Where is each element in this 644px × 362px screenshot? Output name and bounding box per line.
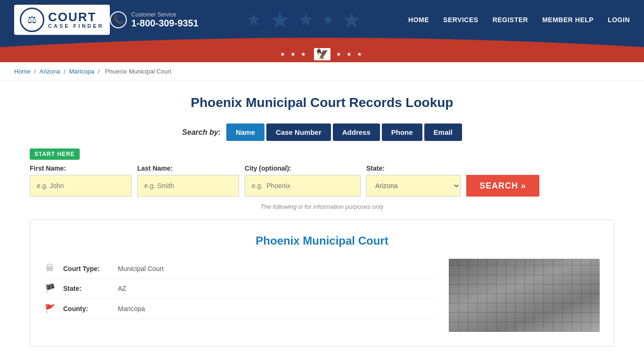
nav-home[interactable]: HOME bbox=[408, 16, 429, 24]
star-3: ★ bbox=[298, 10, 314, 30]
info-note: The following is for information purpose… bbox=[30, 203, 614, 210]
main-content: Phoenix Municipal Court Records Lookup S… bbox=[20, 81, 624, 361]
county-icon: 🚩 bbox=[44, 304, 56, 314]
tab-phone[interactable]: Phone bbox=[382, 123, 422, 141]
search-form: First Name: Last Name: City (optional): … bbox=[30, 165, 614, 197]
city-group: City (optional): bbox=[245, 165, 361, 197]
city-input[interactable] bbox=[245, 175, 361, 197]
star-2: ★ bbox=[270, 7, 290, 33]
eagle-icon: 🦅 bbox=[314, 48, 330, 60]
court-type-row: 🏛 Court Type: Municipal Court bbox=[44, 259, 435, 279]
cs-label: Customer Service bbox=[132, 11, 198, 18]
first-name-group: First Name: bbox=[30, 165, 132, 197]
first-name-label: First Name: bbox=[30, 165, 132, 172]
county-value: Maricopa bbox=[118, 305, 145, 313]
star-1: ★ bbox=[246, 10, 261, 30]
city-label: City (optional): bbox=[245, 165, 361, 172]
tab-case-number[interactable]: Case Number bbox=[266, 123, 331, 141]
search-by-label: Search by: bbox=[182, 128, 221, 137]
breadcrumb-sep-1: / bbox=[34, 68, 37, 75]
star-5: ★ bbox=[342, 8, 361, 32]
phone-icon: 📞 bbox=[110, 11, 127, 28]
eagle-strip: ★ ★ ★ 🦅 ★ ★ ★ bbox=[0, 47, 644, 62]
state-group: State: AlabamaAlaskaArizonaArkansasCalif… bbox=[366, 165, 461, 197]
customer-service: 📞 Customer Service 1-800-309-9351 bbox=[110, 11, 198, 29]
state-label-card: State: bbox=[63, 285, 110, 292]
logo-case-finder-text: CASE FINDER bbox=[48, 23, 104, 29]
last-name-label: Last Name: bbox=[137, 165, 239, 172]
logo-court-text: COURT bbox=[48, 11, 104, 23]
wave-top bbox=[0, 40, 644, 47]
nav-links: HOME SERVICES REGISTER MEMBER HELP LOGIN bbox=[408, 16, 630, 24]
nav-login[interactable]: LOGIN bbox=[608, 16, 630, 24]
county-row: 🚩 County: Maricopa bbox=[44, 299, 435, 319]
wave-svg bbox=[0, 33, 644, 47]
breadcrumb-sep-2: / bbox=[64, 68, 67, 75]
first-name-input[interactable] bbox=[30, 175, 132, 197]
breadcrumb-sep-3: / bbox=[98, 68, 101, 75]
main-nav: HOME SERVICES REGISTER MEMBER HELP LOGIN bbox=[408, 16, 630, 24]
breadcrumb: Home / Arizona / Maricopa / Phoenix Muni… bbox=[0, 62, 644, 81]
court-details: 🏛 Court Type: Municipal Court 🏴 State: A… bbox=[44, 259, 435, 319]
cs-phone: 1-800-309-9351 bbox=[132, 18, 198, 29]
court-card: Phoenix Municipal Court 🏛 Court Type: Mu… bbox=[30, 220, 614, 346]
court-card-title: Phoenix Municipal Court bbox=[44, 234, 600, 247]
tab-email[interactable]: Email bbox=[424, 123, 462, 141]
breadcrumb-home[interactable]: Home bbox=[14, 68, 31, 75]
state-icon: 🏴 bbox=[44, 283, 56, 294]
search-button-text: SEARCH » bbox=[479, 181, 526, 191]
breadcrumb-arizona[interactable]: Arizona bbox=[40, 68, 60, 75]
court-info-row: 🏛 Court Type: Municipal Court 🏴 State: A… bbox=[44, 259, 600, 332]
court-image bbox=[449, 259, 600, 332]
search-by-row: Search by: Name Case Number Address Phon… bbox=[30, 123, 614, 141]
site-header: ⚖ COURT CASE FINDER 📞 Customer Service 1… bbox=[0, 0, 644, 62]
state-row: 🏴 State: AZ bbox=[44, 279, 435, 299]
start-here-badge: START HERE bbox=[30, 148, 614, 165]
state-select[interactable]: AlabamaAlaskaArizonaArkansasCaliforniaCo… bbox=[366, 175, 461, 197]
court-type-label: Court Type: bbox=[63, 265, 110, 272]
breadcrumb-maricopa[interactable]: Maricopa bbox=[69, 68, 94, 75]
tab-address[interactable]: Address bbox=[333, 123, 380, 141]
start-here-text: START HERE bbox=[30, 148, 80, 160]
breadcrumb-current: Phoenix Municipal Court bbox=[105, 68, 172, 75]
eagle-stars-right: ★ ★ ★ bbox=[336, 51, 364, 58]
state-value: AZ bbox=[118, 285, 126, 292]
logo-emblem: ⚖ bbox=[20, 8, 44, 32]
tab-name[interactable]: Name bbox=[226, 123, 264, 141]
logo-box: ⚖ COURT CASE FINDER bbox=[14, 5, 110, 35]
nav-services[interactable]: SERVICES bbox=[443, 16, 479, 24]
star-4: ★ bbox=[322, 12, 334, 28]
last-name-input[interactable] bbox=[137, 175, 239, 197]
logo-text: COURT CASE FINDER bbox=[48, 11, 104, 29]
nav-member-help[interactable]: MEMBER HELP bbox=[542, 16, 594, 24]
page-title: Phoenix Municipal Court Records Lookup bbox=[30, 95, 614, 110]
eagle-line: ★ ★ ★ 🦅 ★ ★ ★ bbox=[0, 48, 644, 60]
state-label: State: bbox=[366, 165, 461, 172]
search-button[interactable]: SEARCH » bbox=[466, 175, 539, 197]
court-type-value: Municipal Court bbox=[118, 265, 164, 272]
cs-info: Customer Service 1-800-309-9351 bbox=[132, 11, 198, 29]
building-simulation bbox=[449, 259, 600, 332]
county-label: County: bbox=[63, 305, 110, 313]
logo-area: ⚖ COURT CASE FINDER bbox=[14, 5, 110, 35]
last-name-group: Last Name: bbox=[137, 165, 239, 197]
nav-register[interactable]: REGISTER bbox=[493, 16, 528, 24]
header-stars: ★ ★ ★ ★ ★ bbox=[198, 7, 408, 33]
court-type-icon: 🏛 bbox=[44, 263, 56, 273]
eagle-stars-left: ★ ★ ★ bbox=[280, 51, 308, 58]
